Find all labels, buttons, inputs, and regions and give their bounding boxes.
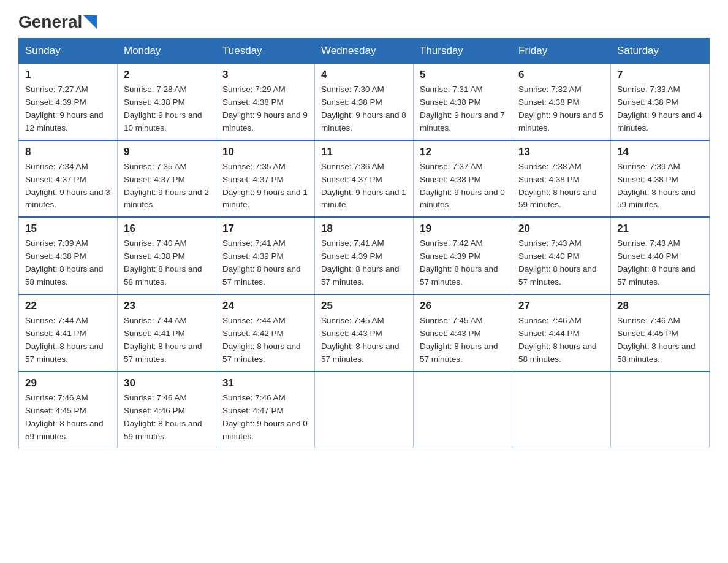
svg-marker-0 [83,15,97,29]
calendar-cell: 8 Sunrise: 7:34 AMSunset: 4:37 PMDayligh… [19,140,118,218]
day-info: Sunrise: 7:32 AMSunset: 4:38 PMDaylight:… [518,85,604,132]
calendar-table: SundayMondayTuesdayWednesdayThursdayFrid… [18,38,710,448]
calendar-cell: 2 Sunrise: 7:28 AMSunset: 4:38 PMDayligh… [118,64,216,140]
calendar-header-monday: Monday [118,39,216,64]
day-number: 27 [518,300,604,312]
day-number: 3 [222,69,308,81]
day-number: 4 [321,69,407,81]
day-info: Sunrise: 7:43 AMSunset: 4:40 PMDaylight:… [617,239,696,286]
calendar-cell: 19 Sunrise: 7:42 AMSunset: 4:39 PMDaylig… [414,217,512,294]
calendar-cell: 12 Sunrise: 7:37 AMSunset: 4:38 PMDaylig… [414,140,512,218]
calendar-cell: 22 Sunrise: 7:44 AMSunset: 4:41 PMDaylig… [19,294,118,372]
day-info: Sunrise: 7:45 AMSunset: 4:43 PMDaylight:… [420,316,498,364]
day-number: 6 [518,69,604,81]
calendar-cell: 27 Sunrise: 7:46 AMSunset: 4:44 PMDaylig… [512,294,611,372]
day-info: Sunrise: 7:45 AMSunset: 4:43 PMDaylight:… [321,316,400,364]
day-info: Sunrise: 7:46 AMSunset: 4:45 PMDaylight:… [617,316,696,364]
calendar-cell: 16 Sunrise: 7:40 AMSunset: 4:38 PMDaylig… [118,217,216,294]
calendar-cell: 15 Sunrise: 7:39 AMSunset: 4:38 PMDaylig… [19,217,118,294]
day-number: 20 [518,223,604,235]
calendar-week-row: 8 Sunrise: 7:34 AMSunset: 4:37 PMDayligh… [19,140,710,218]
calendar-header-sunday: Sunday [19,39,118,64]
calendar-cell: 3 Sunrise: 7:29 AMSunset: 4:38 PMDayligh… [216,64,315,140]
day-info: Sunrise: 7:46 AMSunset: 4:46 PMDaylight:… [124,393,202,441]
day-number: 23 [124,300,210,312]
day-number: 31 [222,377,308,389]
day-info: Sunrise: 7:33 AMSunset: 4:38 PMDaylight:… [617,85,702,132]
calendar-header-saturday: Saturday [611,39,710,64]
logo: General [18,12,97,32]
day-info: Sunrise: 7:41 AMSunset: 4:39 PMDaylight:… [222,239,301,286]
day-number: 16 [124,223,210,235]
calendar-cell [512,372,611,448]
day-number: 17 [222,223,308,235]
day-info: Sunrise: 7:34 AMSunset: 4:37 PMDaylight:… [25,162,110,210]
calendar-cell: 24 Sunrise: 7:44 AMSunset: 4:42 PMDaylig… [216,294,315,372]
day-info: Sunrise: 7:46 AMSunset: 4:47 PMDaylight:… [222,393,308,441]
calendar-cell: 23 Sunrise: 7:44 AMSunset: 4:41 PMDaylig… [118,294,216,372]
calendar-cell: 17 Sunrise: 7:41 AMSunset: 4:39 PMDaylig… [216,217,315,294]
day-number: 8 [25,146,111,158]
day-info: Sunrise: 7:42 AMSunset: 4:39 PMDaylight:… [420,239,498,286]
day-info: Sunrise: 7:35 AMSunset: 4:37 PMDaylight:… [124,162,209,210]
day-info: Sunrise: 7:38 AMSunset: 4:38 PMDaylight:… [518,162,597,210]
day-number: 13 [518,146,604,158]
day-number: 14 [617,146,703,158]
logo-arrow-icon [83,15,97,29]
day-number: 15 [25,223,111,235]
day-number: 1 [25,69,111,81]
calendar-header-thursday: Thursday [414,39,512,64]
day-number: 25 [321,300,407,312]
calendar-cell [611,372,710,448]
calendar-cell: 14 Sunrise: 7:39 AMSunset: 4:38 PMDaylig… [611,140,710,218]
day-info: Sunrise: 7:44 AMSunset: 4:42 PMDaylight:… [222,316,301,364]
day-number: 24 [222,300,308,312]
calendar-cell: 20 Sunrise: 7:43 AMSunset: 4:40 PMDaylig… [512,217,611,294]
calendar-cell: 10 Sunrise: 7:35 AMSunset: 4:37 PMDaylig… [216,140,315,218]
day-info: Sunrise: 7:39 AMSunset: 4:38 PMDaylight:… [25,239,104,286]
calendar-cell: 29 Sunrise: 7:46 AMSunset: 4:45 PMDaylig… [19,372,118,448]
calendar-cell: 9 Sunrise: 7:35 AMSunset: 4:37 PMDayligh… [118,140,216,218]
day-number: 9 [124,146,210,158]
day-info: Sunrise: 7:35 AMSunset: 4:37 PMDaylight:… [222,162,308,210]
day-info: Sunrise: 7:30 AMSunset: 4:38 PMDaylight:… [321,85,406,132]
day-info: Sunrise: 7:41 AMSunset: 4:39 PMDaylight:… [321,239,400,286]
calendar-cell: 28 Sunrise: 7:46 AMSunset: 4:45 PMDaylig… [611,294,710,372]
day-info: Sunrise: 7:44 AMSunset: 4:41 PMDaylight:… [124,316,202,364]
calendar-header-tuesday: Tuesday [216,39,315,64]
day-number: 11 [321,146,407,158]
calendar-cell: 1 Sunrise: 7:27 AMSunset: 4:39 PMDayligh… [19,64,118,140]
calendar-cell: 6 Sunrise: 7:32 AMSunset: 4:38 PMDayligh… [512,64,611,140]
calendar-cell: 26 Sunrise: 7:45 AMSunset: 4:43 PMDaylig… [414,294,512,372]
day-info: Sunrise: 7:31 AMSunset: 4:38 PMDaylight:… [420,85,505,132]
calendar-cell [414,372,512,448]
calendar-cell: 4 Sunrise: 7:30 AMSunset: 4:38 PMDayligh… [315,64,414,140]
calendar-week-row: 1 Sunrise: 7:27 AMSunset: 4:39 PMDayligh… [19,64,710,140]
calendar-week-row: 22 Sunrise: 7:44 AMSunset: 4:41 PMDaylig… [19,294,710,372]
logo-general-text: General [18,12,82,32]
day-number: 30 [124,377,210,389]
calendar-week-row: 29 Sunrise: 7:46 AMSunset: 4:45 PMDaylig… [19,372,710,448]
day-info: Sunrise: 7:39 AMSunset: 4:38 PMDaylight:… [617,162,696,210]
page-header: General [18,12,710,32]
calendar-cell: 25 Sunrise: 7:45 AMSunset: 4:43 PMDaylig… [315,294,414,372]
calendar-week-row: 15 Sunrise: 7:39 AMSunset: 4:38 PMDaylig… [19,217,710,294]
day-info: Sunrise: 7:28 AMSunset: 4:38 PMDaylight:… [124,85,202,132]
day-info: Sunrise: 7:29 AMSunset: 4:38 PMDaylight:… [222,85,308,132]
day-number: 7 [617,69,703,81]
calendar-header-row: SundayMondayTuesdayWednesdayThursdayFrid… [19,39,710,64]
day-info: Sunrise: 7:43 AMSunset: 4:40 PMDaylight:… [518,239,597,286]
day-number: 28 [617,300,703,312]
day-info: Sunrise: 7:40 AMSunset: 4:38 PMDaylight:… [124,239,202,286]
day-number: 2 [124,69,210,81]
calendar-header-wednesday: Wednesday [315,39,414,64]
day-number: 21 [617,223,703,235]
day-number: 19 [420,223,506,235]
calendar-cell: 21 Sunrise: 7:43 AMSunset: 4:40 PMDaylig… [611,217,710,294]
calendar-cell: 11 Sunrise: 7:36 AMSunset: 4:37 PMDaylig… [315,140,414,218]
day-info: Sunrise: 7:37 AMSunset: 4:38 PMDaylight:… [420,162,505,210]
calendar-cell: 13 Sunrise: 7:38 AMSunset: 4:38 PMDaylig… [512,140,611,218]
day-number: 12 [420,146,506,158]
calendar-cell [315,372,414,448]
day-number: 22 [25,300,111,312]
